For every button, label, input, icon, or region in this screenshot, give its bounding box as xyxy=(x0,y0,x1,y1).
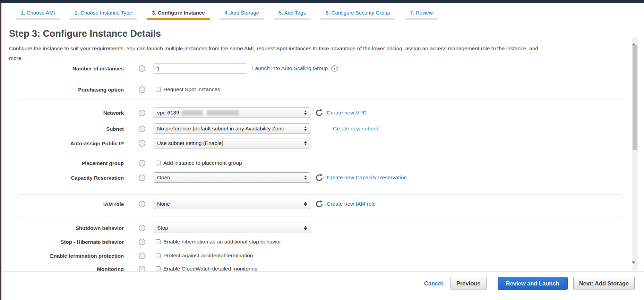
checkbox-label: Enable hibernation as an additional stop… xyxy=(163,239,281,245)
info-icon[interactable]: i xyxy=(139,252,145,259)
network-row: Network i vpc-6139 Create new VPC xyxy=(14,108,620,118)
select-arrows-icon xyxy=(304,175,307,180)
capacity-reservation-select[interactable]: Open xyxy=(154,172,310,183)
review-and-launch-button[interactable]: Review and Launch xyxy=(498,277,568,290)
launch-into-asg-link[interactable]: Launch into Auto Scaling Group xyxy=(252,65,328,71)
placement-group-row: Placement group i Add instance to placem… xyxy=(14,158,620,168)
info-icon[interactable]: i xyxy=(139,86,145,93)
info-icon[interactable]: i xyxy=(139,201,145,207)
page-description: Configure the instance to suit your requ… xyxy=(9,44,631,63)
previous-button[interactable]: Previous xyxy=(450,277,487,290)
select-arrows-icon xyxy=(304,127,307,131)
create-new-capacity-reservation-link[interactable]: Create new Capacity Reservation xyxy=(327,174,407,181)
auto-assign-public-ip-label: Auto-assign Public IP xyxy=(14,140,124,146)
hibernation-checkbox[interactable] xyxy=(156,239,161,244)
subnet-label: Subnet xyxy=(14,126,124,132)
refresh-icon[interactable] xyxy=(315,200,323,208)
auto-assign-public-ip-row: Auto-assign Public IP i Use subnet setti… xyxy=(14,138,620,148)
next-add-storage-button[interactable]: Next: Add Storage xyxy=(573,277,635,290)
number-of-instances-label: Number of instances xyxy=(14,66,124,71)
shutdown-behavior-select[interactable]: Stop xyxy=(154,223,310,233)
checkbox-label: Request Spot instances xyxy=(163,86,220,93)
iam-role-label: IAM role xyxy=(14,201,124,207)
redacted-text xyxy=(182,110,203,115)
info-icon[interactable]: i xyxy=(139,140,145,147)
select-arrows-icon xyxy=(304,226,307,230)
scroll-up-icon[interactable] xyxy=(632,37,638,44)
footer-divider xyxy=(0,271,644,272)
info-icon[interactable]: i xyxy=(139,126,145,132)
create-new-subnet-link[interactable]: Create new subnet xyxy=(333,126,378,132)
shutdown-behavior-select-value: Stop xyxy=(157,225,168,231)
termination-protection-checkbox[interactable] xyxy=(156,253,161,258)
termination-protection-label: Enable termination protection xyxy=(14,253,124,259)
subnet-select[interactable]: No preference (default subnet in any Ava… xyxy=(154,123,310,134)
iam-role-select-value: None xyxy=(157,201,170,207)
refresh-icon[interactable] xyxy=(315,174,323,182)
footer-actions: Cancel Previous Review and Launch Next: … xyxy=(424,277,635,290)
checkbox-label: Protect against accidental termination xyxy=(163,252,253,259)
auto-assign-public-ip-select[interactable]: Use subnet setting (Enable) xyxy=(154,138,310,148)
request-spot-instances-checkbox[interactable] xyxy=(156,87,161,92)
refresh-icon[interactable] xyxy=(315,109,323,117)
cloudwatch-monitoring-checkbox[interactable] xyxy=(156,266,161,271)
number-of-instances-input[interactable] xyxy=(154,63,246,74)
stop-hibernate-label: Stop - Hibernate behavior xyxy=(14,239,124,245)
info-icon[interactable]: i xyxy=(139,65,145,72)
network-select[interactable]: vpc-6139 xyxy=(154,108,310,118)
section-divider xyxy=(18,80,622,80)
description-line1: Configure the instance to suit your requ… xyxy=(9,45,538,51)
scrollable-form-area: Configure the instance to suit your requ… xyxy=(0,0,644,271)
info-icon[interactable]: i xyxy=(331,65,338,72)
number-of-instances-row: Number of instances i Launch into Auto S… xyxy=(14,63,620,74)
checkbox-label: Enable CloudWatch detailed monitoring xyxy=(163,266,258,271)
iam-role-select[interactable]: None xyxy=(154,199,310,209)
shutdown-behavior-label: Shutdown behavior xyxy=(14,225,124,231)
placement-group-checkbox[interactable] xyxy=(156,161,161,165)
redacted-text xyxy=(207,110,239,115)
console-header-bar xyxy=(0,0,644,3)
capacity-reservation-label: Capacity Reservation xyxy=(14,175,124,181)
monitoring-label: Monitoring xyxy=(14,266,124,272)
network-select-value: vpc-6139 xyxy=(157,110,179,116)
section-divider xyxy=(18,100,622,100)
scrollbar-thumb[interactable] xyxy=(633,45,637,150)
network-label: Network xyxy=(14,110,124,116)
iam-role-row: IAM role i None Create new IAM role xyxy=(14,199,620,209)
info-icon[interactable]: i xyxy=(139,160,145,166)
subnet-select-value: No preference (default subnet in any Ava… xyxy=(157,126,284,132)
select-arrows-icon xyxy=(304,141,307,145)
info-icon[interactable]: i xyxy=(139,266,145,272)
description-line2: more. xyxy=(9,55,23,61)
monitoring-row: Monitoring i Enable CloudWatch detailed … xyxy=(14,264,620,271)
subnet-row: Subnet i No preference (default subnet i… xyxy=(14,123,620,134)
info-icon[interactable]: i xyxy=(139,239,145,245)
info-icon[interactable]: i xyxy=(139,174,145,181)
scroll-down-icon[interactable] xyxy=(632,264,638,270)
cancel-link[interactable]: Cancel xyxy=(424,280,443,287)
purchasing-option-label: Purchasing option xyxy=(14,87,124,93)
stop-hibernate-row: Stop - Hibernate behavior i Enable hiber… xyxy=(14,237,620,247)
placement-group-label: Placement group xyxy=(14,160,124,166)
termination-protection-row: Enable termination protection i Protect … xyxy=(14,250,620,261)
capacity-reservation-row: Capacity Reservation i Open Create new C… xyxy=(14,172,620,183)
purchasing-option-row: Purchasing option i Request Spot instanc… xyxy=(14,84,620,95)
select-arrows-icon xyxy=(304,202,307,206)
checkbox-label: Add instance to placement group xyxy=(163,160,242,166)
auto-assign-public-ip-select-value: Use subnet setting (Enable) xyxy=(157,140,223,146)
info-icon[interactable]: i xyxy=(139,225,145,231)
info-icon[interactable]: i xyxy=(139,110,145,116)
create-new-iam-role-link[interactable]: Create new IAM role xyxy=(327,201,376,207)
capacity-reservation-select-value: Open xyxy=(157,174,170,181)
select-arrows-icon xyxy=(304,111,307,115)
section-divider xyxy=(18,153,622,153)
section-divider xyxy=(18,216,622,216)
create-new-vpc-link[interactable]: Create new VPC xyxy=(327,110,367,116)
vertical-scrollbar[interactable] xyxy=(632,37,638,271)
window-side-strip xyxy=(0,0,1,300)
section-divider xyxy=(18,194,622,195)
shutdown-behavior-row: Shutdown behavior i Stop xyxy=(14,223,620,233)
